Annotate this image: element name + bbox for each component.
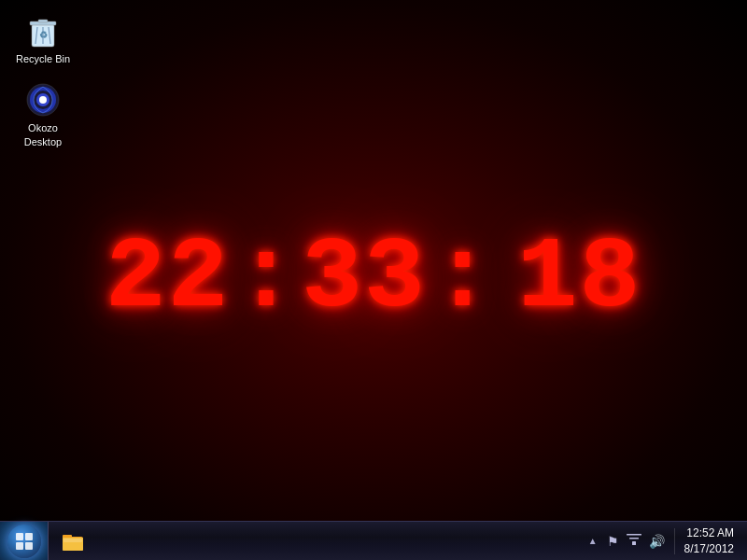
svg-rect-23: [627, 534, 641, 536]
clock-colon-1: :: [230, 228, 302, 329]
svg-rect-13: [16, 533, 23, 540]
desktop-icons-area: ♻ Recycle Bin Okozo Desktop: [0, 0, 86, 161]
tray-expand-arrow[interactable]: ▲: [585, 534, 601, 548]
svg-rect-21: [632, 541, 636, 545]
start-orb: [7, 525, 41, 558]
clock-display: 22 : 33 : 18: [106, 228, 642, 329]
system-tray: ▲ ⚑ 🔊 12:52 AM 8/17/201: [577, 522, 747, 560]
clock-hours: 22: [106, 228, 231, 329]
okozo-desktop-icon[interactable]: Okozo Desktop: [9, 78, 77, 152]
svg-text:♻: ♻: [39, 30, 48, 40]
tray-network-icon[interactable]: [625, 530, 643, 552]
taskbar-pins: [49, 522, 97, 560]
recycle-bin-image: ♻: [25, 13, 61, 49]
recycle-bin-label: Recycle Bin: [13, 52, 73, 65]
tray-icons: ⚑ 🔊: [601, 530, 670, 552]
okozo-label-line1: Okozo: [13, 121, 73, 134]
clock-seconds: 18: [517, 228, 642, 329]
tray-separator: [674, 528, 675, 554]
tray-time: 12:52 AM: [686, 525, 734, 541]
recycle-bin-icon[interactable]: ♻ Recycle Bin: [9, 9, 77, 69]
tray-flag-icon[interactable]: ⚑: [605, 532, 621, 551]
taskbar-pin-explorer[interactable]: [53, 524, 92, 559]
tray-volume-icon[interactable]: 🔊: [647, 532, 667, 551]
taskbar: ▲ ⚑ 🔊 12:52 AM 8/17/201: [0, 521, 747, 560]
clock-colon-2: :: [427, 228, 499, 329]
svg-rect-16: [25, 542, 33, 550]
svg-point-11: [39, 96, 47, 104]
okozo-label-line2: Desktop: [13, 135, 73, 148]
svg-rect-14: [25, 533, 33, 540]
svg-rect-20: [63, 539, 82, 542]
svg-rect-22: [629, 538, 639, 539]
clock-minutes: 33: [302, 228, 427, 329]
tray-clock[interactable]: 12:52 AM 8/17/2012: [679, 525, 740, 557]
start-button[interactable]: [0, 522, 49, 561]
tray-date: 8/17/2012: [684, 541, 734, 557]
svg-rect-15: [16, 542, 23, 550]
desktop: ♻ Recycle Bin Okozo Desktop: [0, 0, 747, 560]
okozo-image: [25, 82, 61, 118]
svg-rect-2: [38, 20, 48, 22]
